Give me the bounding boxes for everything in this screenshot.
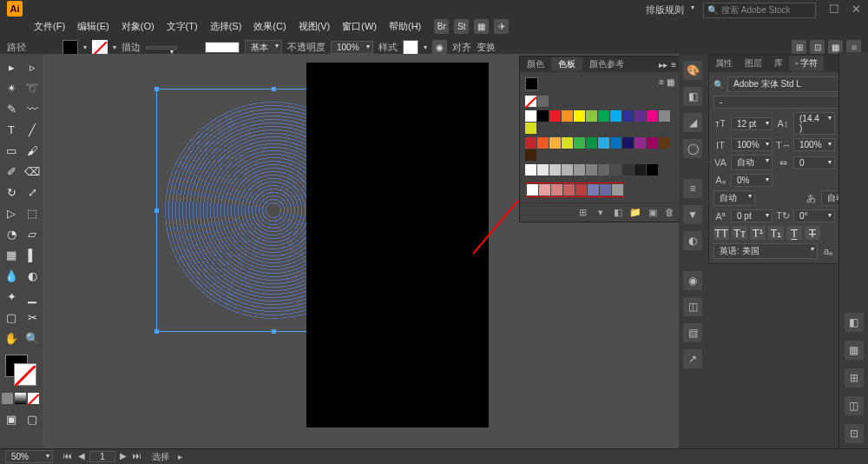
swatch-cell[interactable]: [537, 137, 549, 149]
small-caps-button[interactable]: Tт: [732, 226, 747, 240]
swatch-cell[interactable]: [647, 164, 658, 176]
edge-icon-3[interactable]: ⊞: [845, 368, 864, 388]
rectangle-tool[interactable]: ▭: [2, 141, 21, 160]
swatch-cell[interactable]: [659, 137, 670, 149]
style-dropdown-icon[interactable]: ▾: [424, 43, 427, 51]
stroke-panel-icon[interactable]: ≡: [683, 179, 702, 198]
swatch-options-icon[interactable]: ◧: [611, 207, 624, 218]
swatch-registration[interactable]: [537, 96, 549, 107]
close-icon[interactable]: ✕: [852, 3, 861, 16]
autokern-left[interactable]: 自动: [713, 190, 755, 206]
menu-object[interactable]: 对象(O): [117, 18, 159, 35]
artboard-tool[interactable]: ▢: [2, 308, 21, 327]
swatch-cell[interactable]: [574, 164, 585, 176]
panel-collapse-icon[interactable]: ▸▸: [659, 60, 667, 70]
zoom-tool[interactable]: 🔍: [23, 328, 42, 348]
curvature-tool[interactable]: 〰: [23, 99, 42, 118]
baseline-input[interactable]: 0%: [731, 174, 773, 187]
magic-wand-tool[interactable]: ✴: [2, 78, 21, 97]
arrange-icon[interactable]: ▦: [474, 19, 489, 34]
tab-character[interactable]: ◦ 字符: [789, 56, 824, 71]
menu-effect[interactable]: 效果(C): [249, 18, 290, 35]
list-view-icon[interactable]: ≡: [659, 77, 664, 90]
fill-swatch[interactable]: [62, 40, 78, 56]
brushes-icon[interactable]: ◢: [683, 113, 702, 132]
menu-type[interactable]: 文字(T): [162, 18, 202, 35]
line-tool[interactable]: ╱: [23, 120, 42, 139]
brush-preview[interactable]: [205, 42, 240, 53]
gradient-mode-icon[interactable]: [15, 393, 26, 404]
align-label[interactable]: 对齐: [452, 41, 471, 54]
screen-mode-toggle[interactable]: ▢: [23, 409, 42, 428]
swatch-cell[interactable]: [551, 184, 562, 196]
shaper-tool[interactable]: ✐: [2, 162, 21, 181]
swatch-cell[interactable]: [598, 137, 609, 149]
swatch-cell[interactable]: [563, 184, 575, 196]
swatch-cell[interactable]: [574, 137, 585, 149]
lasso-tool[interactable]: ➰: [23, 78, 42, 97]
menu-help[interactable]: 帮助(H): [385, 18, 425, 35]
shape-builder-tool[interactable]: ◔: [2, 224, 21, 243]
new-group-icon[interactable]: 📁: [628, 207, 641, 218]
tab-layers[interactable]: 图层: [739, 56, 768, 71]
menu-view[interactable]: 视图(V): [294, 18, 335, 35]
zoom-dropdown[interactable]: 50%: [5, 450, 53, 463]
swatch-cell[interactable]: [647, 137, 658, 149]
eyedropper-tool[interactable]: 💧: [2, 266, 21, 285]
underline-button[interactable]: T̲: [786, 226, 802, 240]
column-graph-tool[interactable]: ▁: [23, 287, 42, 306]
stroke-swatch[interactable]: [92, 40, 108, 56]
transparency-panel-icon[interactable]: ◐: [683, 231, 702, 250]
tab-color[interactable]: 颜色: [520, 57, 551, 71]
swatch-cell[interactable]: [575, 184, 587, 196]
artboard-number[interactable]: 1: [89, 451, 115, 462]
brush-style-dropdown[interactable]: 基本: [245, 40, 282, 56]
swatch-cell[interactable]: [610, 164, 621, 176]
swatch-cell[interactable]: [586, 110, 597, 122]
stroke-dropdown-icon[interactable]: ▾: [113, 43, 116, 51]
rotate-tool[interactable]: ↻: [2, 182, 21, 202]
paintbrush-tool[interactable]: 🖌: [23, 141, 42, 160]
search-input[interactable]: 🔍 搜索 Adobe Stock: [703, 3, 816, 18]
swatch-cell[interactable]: [549, 137, 561, 149]
width-tool[interactable]: ▷: [2, 203, 21, 222]
delete-swatch-icon[interactable]: 🗑: [663, 207, 676, 218]
fill-stroke-control[interactable]: [2, 353, 42, 389]
swatch-cell[interactable]: [525, 137, 536, 149]
opacity-input[interactable]: 100%: [331, 41, 373, 54]
tab-properties[interactable]: 属性: [709, 56, 739, 71]
type-tool[interactable]: T: [2, 120, 21, 139]
tab-swatches[interactable]: 色板: [551, 57, 582, 71]
swatch-library-icon[interactable]: ⊞: [576, 207, 589, 218]
stroke-weight-input[interactable]: [146, 46, 177, 50]
fill-dropdown-icon[interactable]: ▾: [83, 43, 87, 51]
ctrl-icon-1[interactable]: ⊞: [792, 40, 806, 55]
status-dropdown-icon[interactable]: ▸: [178, 452, 182, 461]
eraser-tool[interactable]: ⌫: [23, 162, 42, 181]
workspace-switcher[interactable]: 排版规则: [641, 2, 696, 18]
stroke-label[interactable]: 描边: [122, 41, 141, 54]
panel-menu-icon[interactable]: ≡: [671, 60, 676, 70]
slice-tool[interactable]: ✂: [23, 308, 42, 327]
subscript-button[interactable]: T₁: [768, 226, 784, 240]
swatch-cell[interactable]: [600, 184, 611, 196]
swatch-cell[interactable]: [610, 137, 621, 149]
tracking-input[interactable]: 0: [793, 156, 835, 169]
swatch-cell[interactable]: [659, 110, 670, 122]
free-transform-tool[interactable]: ⬚: [23, 203, 42, 222]
gpuview-icon[interactable]: ✈: [494, 19, 509, 34]
swatch-cell[interactable]: [635, 137, 646, 149]
artboard-prev-icon[interactable]: ◀: [76, 451, 87, 462]
selection-tool[interactable]: ▸: [2, 57, 21, 76]
swatch-cell[interactable]: [610, 110, 621, 122]
blend-tool[interactable]: ◐: [23, 266, 42, 285]
swatch-cell[interactable]: [622, 110, 634, 122]
shift2-input[interactable]: 0°: [793, 209, 835, 222]
hscale-input[interactable]: 100%: [793, 138, 835, 151]
screen-mode-normal[interactable]: ▣: [2, 409, 21, 428]
swatch-cell[interactable]: [635, 110, 646, 122]
swatch-cell[interactable]: [562, 164, 573, 176]
edge-icon-2[interactable]: ▦: [845, 341, 864, 360]
color-picker-icon[interactable]: 🎨: [683, 61, 702, 80]
swatch-cell[interactable]: [525, 123, 536, 134]
